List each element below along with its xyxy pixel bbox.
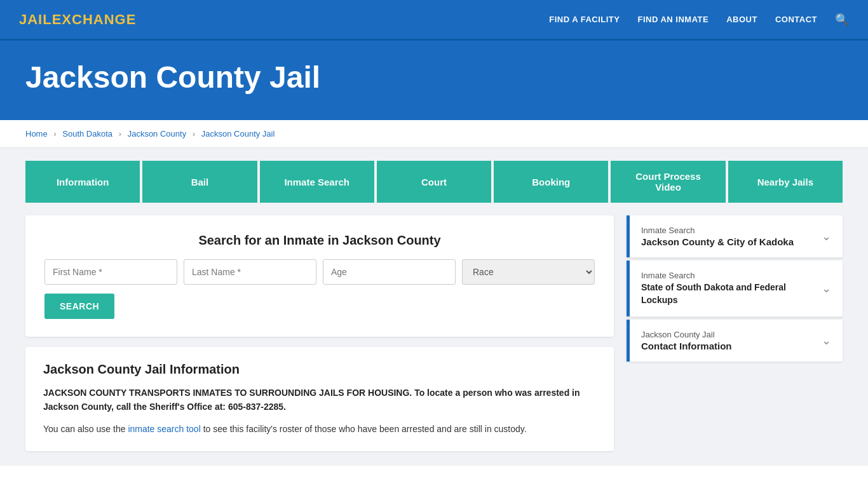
sidebar-card-header-2[interactable]: Jackson County Jail Contact Information … [630,320,843,362]
breadcrumb-current: Jackson County Jail [201,129,275,139]
search-fields: Race White Black Hispanic Asian Other [44,259,595,285]
sidebar-card-1: Inmate Search State of South Dakota and … [627,261,843,316]
info-title: Jackson County Jail Information [43,362,596,377]
search-title: Search for an Inmate in Jackson County [44,233,595,248]
breadcrumb: Home › South Dakota › Jackson County › J… [0,120,868,148]
breadcrumb-home[interactable]: Home [25,129,48,139]
sidebar-card-0: Inmate Search Jackson County & City of K… [627,215,843,257]
inmate-search-link[interactable]: inmate search tool [128,424,200,434]
age-input[interactable] [323,259,456,285]
chevron-down-icon-2: ⌄ [822,334,831,348]
site-logo[interactable]: JAILEXCHANGE [19,11,136,28]
content-area: Search for an Inmate in Jackson County R… [25,215,843,451]
nav-find-inmate[interactable]: FIND AN INMATE [637,15,709,24]
first-name-input[interactable] [44,259,177,285]
chevron-down-icon-1: ⌄ [822,281,831,295]
tab-bar: Information Bail Inmate Search Court Boo… [25,161,843,203]
page-body: Information Bail Inmate Search Court Boo… [0,148,868,466]
sidebar-card-title-1: Inmate Search [641,271,822,280]
sidebar-card-text-0: Inmate Search Jackson County & City of K… [641,226,794,247]
sidebar-card-text-1: Inmate Search State of South Dakota and … [641,271,822,306]
nav-contact[interactable]: CONTACT [775,15,817,24]
sidebar-card-text-2: Jackson County Jail Contact Information [641,330,732,351]
logo-exchange: EXCHANGE [52,11,137,27]
tab-court-process-video[interactable]: Court Process Video [611,161,725,203]
search-button[interactable]: SEARCH [44,294,114,319]
nav-about[interactable]: ABOUT [726,15,757,24]
tab-information[interactable]: Information [25,161,140,203]
tab-court[interactable]: Court [377,161,491,203]
tab-booking[interactable]: Booking [494,161,608,203]
right-panel: Inmate Search Jackson County & City of K… [627,215,843,451]
sidebar-card-title-2: Jackson County Jail [641,330,732,339]
race-select[interactable]: Race White Black Hispanic Asian Other [462,259,595,285]
sidebar-card-header-1[interactable]: Inmate Search State of South Dakota and … [630,261,843,316]
breadcrumb-sep-3: › [193,129,195,139]
hero-banner: Jackson County Jail [0,41,868,120]
info-alert: JACKSON COUNTY TRANSPORTS INMATES TO SUR… [43,386,596,414]
main-nav: FIND A FACILITY FIND AN INMATE ABOUT CON… [549,13,849,27]
sidebar-card-subtitle-2: Contact Information [641,341,732,351]
site-header: JAILEXCHANGE FIND A FACILITY FIND AN INM… [0,0,868,41]
sidebar-card-2: Jackson County Jail Contact Information … [627,320,843,362]
sidebar-divider-1 [627,259,843,259]
sidebar-card-title-0: Inmate Search [641,226,794,235]
left-panel: Search for an Inmate in Jackson County R… [25,215,614,451]
tab-nearby-jails[interactable]: Nearby Jails [728,161,843,203]
breadcrumb-sep-1: › [53,129,56,139]
last-name-input[interactable] [184,259,316,285]
info-paragraph: You can also use the inmate search tool … [43,422,596,436]
chevron-down-icon-0: ⌄ [822,229,831,243]
sidebar-card-subtitle-0: Jackson County & City of Kadoka [641,236,794,247]
nav-find-facility[interactable]: FIND A FACILITY [549,15,620,24]
breadcrumb-state[interactable]: South Dakota [62,129,112,139]
breadcrumb-sep-2: › [119,129,121,139]
breadcrumb-county[interactable]: Jackson County [128,129,187,139]
search-icon-button[interactable]: 🔍 [835,13,849,27]
tab-inmate-search[interactable]: Inmate Search [260,161,374,203]
sidebar-card-header-0[interactable]: Inmate Search Jackson County & City of K… [630,215,843,257]
sidebar-divider-2 [627,318,843,318]
sidebar-card-subtitle-1: State of South Dakota and Federal Lockup… [641,281,822,306]
inmate-search-box: Search for an Inmate in Jackson County R… [25,215,614,337]
info-box: Jackson County Jail Information JACKSON … [25,347,614,451]
logo-jail: JAIL [19,11,52,27]
tab-bail[interactable]: Bail [142,161,257,203]
page-title: Jackson County Jail [25,60,843,95]
